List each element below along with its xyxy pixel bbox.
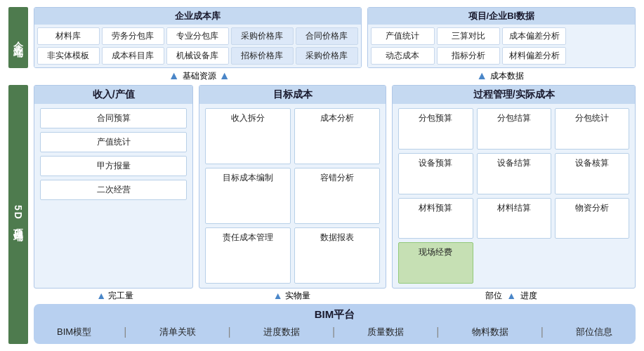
panel-grid-item: 成本分析 <box>294 108 380 164</box>
bim-item: 物料数据 <box>472 326 508 338</box>
panel-item: 二次经营 <box>40 180 187 200</box>
panel-process-grid: 分包预算 分包结算 分包统计 设备预算 设备结算 设备核算 材料预算 材料结算 … <box>393 104 635 288</box>
panel-right-item: 设备核算 <box>555 153 629 194</box>
arrow-real-label: 实物量 <box>285 290 310 302</box>
top-arrow-row: ▲ 基础资源 ▲ ▲ 成本数据 <box>8 68 636 84</box>
top-arrow-left-label: 基础资源 <box>183 70 216 82</box>
enterprise-cell: 三算对比 <box>437 27 501 45</box>
bim-item: 清单关联 <box>159 326 196 338</box>
enterprise-cell: 机械设备库 <box>166 47 229 65</box>
panel-right-item: 设备预算 <box>398 153 473 194</box>
enterprise-cell: 采购价格库 <box>231 27 294 45</box>
bim-divider: | <box>436 326 439 338</box>
enterprise-right-block: 项目/企业BI数据 产值统计 三算对比 成本偏差分析 动态成本 指标分析 材料偏… <box>367 7 636 68</box>
panel-grid-item: 责任成本管理 <box>205 227 291 284</box>
enterprise-cell: 成本科目库 <box>102 47 164 65</box>
arrow-complete-label: 完工量 <box>108 290 133 302</box>
bim-item: 部位信息 <box>576 326 612 338</box>
panel-right-item: 设备结算 <box>477 153 551 194</box>
arrow-up-icon4: ▲ <box>96 290 106 301</box>
top-arrow-right: ▲ 成本数据 <box>364 70 636 82</box>
arrow-dept-progress: 部位 ▲ 进度 <box>387 290 636 302</box>
arrow-dept-label: 部位 <box>485 290 502 302</box>
enterprise-section: 企业端 企业成本库 材料库 劳务分包库 专业分包库 采购价格库 合同价格库 非实… <box>8 7 636 68</box>
panel-right-item: 分包结算 <box>477 108 551 150</box>
enterprise-cell: 采购价格库 <box>296 47 358 65</box>
enterprise-cell: 材料偏差分析 <box>502 47 566 65</box>
arrow-up-icon6: ▲ <box>506 290 516 301</box>
bottom-arrows-row: ▲ 完工量 ▲ 实物量 部位 ▲ 进度 <box>34 289 636 303</box>
enterprise-content: 企业成本库 材料库 劳务分包库 专业分包库 采购价格库 合同价格库 非实体模板 … <box>34 7 636 68</box>
panel-right-item: 分包统计 <box>555 108 629 150</box>
middle-section: 5D项目端 收入/产值 合同预算 产值统计 甲方报量 二次经营 目标成本 <box>8 85 636 344</box>
enterprise-cell: 产值统计 <box>371 27 435 45</box>
panel-right-item: 材料预算 <box>398 198 473 239</box>
enterprise-cell: 招标价格库 <box>231 47 294 65</box>
panel-income: 收入/产值 合同预算 产值统计 甲方报量 二次经营 <box>34 85 193 289</box>
bim-divider: | <box>124 326 126 338</box>
panel-right-item-green: 现场经费 <box>398 242 473 284</box>
enterprise-cell: 劳务分包库 <box>102 27 164 45</box>
panel-process: 过程管理/实际成本 分包预算 分包结算 分包统计 设备预算 设备结算 设备核算 … <box>392 85 636 289</box>
panel-right-item-empty <box>477 242 551 284</box>
bim-divider: | <box>541 326 544 338</box>
panel-process-title: 过程管理/实际成本 <box>393 86 635 104</box>
panel-item: 甲方报量 <box>40 156 187 176</box>
enterprise-cell: 成本偏差分析 <box>502 27 566 45</box>
enterprise-cell: 材料库 <box>37 27 100 45</box>
enterprise-left-title: 企业成本库 <box>34 8 361 25</box>
panel-right-item-empty <box>555 242 629 284</box>
arrow-up-icon5: ▲ <box>273 290 283 301</box>
panel-income-body: 合同预算 产值统计 甲方报量 二次经营 <box>34 104 192 288</box>
top-arrow-right-label: 成本数据 <box>490 70 524 82</box>
enterprise-right-grid: 产值统计 三算对比 成本偏差分析 动态成本 指标分析 材料偏差分析 <box>368 25 635 67</box>
enterprise-label: 企业端 <box>8 7 28 68</box>
top-arrow-left: ▲ 基础资源 ▲ <box>34 70 364 82</box>
bim-items: BIM模型 | 清单关联 | 进度数据 | 质量数据 | 物料数据 | 部位信息 <box>41 326 629 338</box>
panel-grid-item: 收入拆分 <box>205 108 291 164</box>
enterprise-right-title: 项目/企业BI数据 <box>368 8 635 25</box>
arrow-progress-label: 进度 <box>520 290 537 302</box>
panel-grid-item: 容错分析 <box>294 168 380 224</box>
panel-right-item: 物资分析 <box>555 198 629 239</box>
panel-item: 合同预算 <box>40 108 187 128</box>
panel-grid-item: 数据报表 <box>294 227 380 284</box>
enterprise-cell: 合同价格库 <box>296 27 358 45</box>
panel-target: 目标成本 收入拆分 成本分析 目标成本编制 容错分析 责任成本管理 数据报表 <box>199 85 386 289</box>
bim-section: BIM平台 BIM模型 | 清单关联 | 进度数据 | 质量数据 | 物料数据 … <box>34 304 636 344</box>
panel-income-title: 收入/产值 <box>34 86 192 104</box>
bim-divider: | <box>332 326 335 338</box>
enterprise-left-block: 企业成本库 材料库 劳务分包库 专业分包库 采购价格库 合同价格库 非实体模板 … <box>34 7 362 68</box>
main-container: 企业端 企业成本库 材料库 劳务分包库 专业分包库 采购价格库 合同价格库 非实… <box>0 0 644 351</box>
panels-row: 收入/产值 合同预算 产值统计 甲方报量 二次经营 目标成本 收入拆分 成本分析… <box>34 85 636 289</box>
arrow-up-icon: ▲ <box>169 70 180 81</box>
panel-right-item: 材料结算 <box>477 198 551 239</box>
bim-item: BIM模型 <box>57 326 91 338</box>
enterprise-left-grid: 材料库 劳务分包库 专业分包库 采购价格库 合同价格库 非实体模板 成本科目库 … <box>34 25 361 67</box>
middle-content: 收入/产值 合同预算 产值统计 甲方报量 二次经营 目标成本 收入拆分 成本分析… <box>34 85 636 344</box>
panel-target-title: 目标成本 <box>199 86 386 104</box>
arrow-up-icon3: ▲ <box>476 70 487 81</box>
panel-item: 产值统计 <box>40 132 187 152</box>
enterprise-cell: 专业分包库 <box>166 27 229 45</box>
enterprise-cell: 动态成本 <box>371 47 435 65</box>
bim-divider: | <box>228 326 231 338</box>
bim-item: 进度数据 <box>263 326 300 338</box>
bim-title: BIM平台 <box>41 308 629 322</box>
arrow-up-icon2: ▲ <box>219 70 230 81</box>
panel-grid-item: 目标成本编制 <box>205 168 291 224</box>
side-label: 5D项目端 <box>8 85 28 344</box>
arrow-real: ▲ 实物量 <box>196 290 387 302</box>
enterprise-cell: 非实体模板 <box>37 47 100 65</box>
panel-right-item: 分包预算 <box>398 108 473 150</box>
enterprise-cell: 指标分析 <box>437 47 501 65</box>
arrow-complete: ▲ 完工量 <box>34 290 196 302</box>
bim-item: 质量数据 <box>367 326 404 338</box>
panel-target-grid: 收入拆分 成本分析 目标成本编制 容错分析 责任成本管理 数据报表 <box>199 104 386 288</box>
